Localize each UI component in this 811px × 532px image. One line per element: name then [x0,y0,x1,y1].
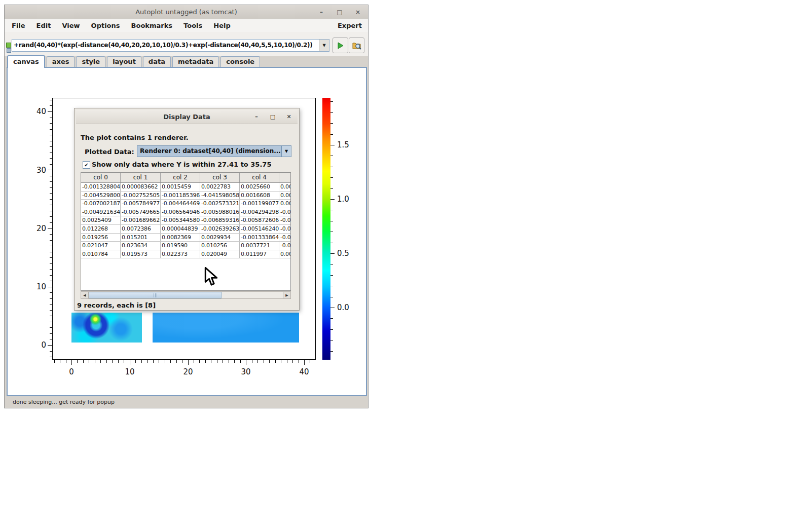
axis-tick [50,351,52,352]
menu-item-help[interactable]: Help [208,22,236,29]
uri-input[interactable]: +rand(40,40)*(exp(-distance(40,40,20,20,… [12,40,319,51]
y-tick-label: 30 [29,166,46,175]
data-table[interactable]: col 0col 1col 2col 3col 4 -0.001328804..… [81,172,291,291]
column-header [279,173,291,182]
axis-tick [130,360,130,365]
menu-item-tools[interactable]: Tools [178,22,208,29]
dialog-minimize-icon[interactable]: – [253,113,260,120]
scrollbar-track[interactable] [89,292,283,298]
close-icon[interactable]: × [354,9,362,16]
inspect-uri-button[interactable] [349,37,364,53]
table-row[interactable]: -0.001328804...0.0000836620.00154590.002… [81,183,290,192]
records-summary: 9 records, each is [8] [77,301,156,309]
go-button[interactable] [333,37,348,53]
tab-console[interactable]: console [220,56,260,67]
table-cell: 0.0016608 [240,192,279,200]
table-row[interactable]: -0.004529800...-0.002752505...-0.0011853… [81,192,290,200]
horizontal-scrollbar[interactable]: ◀ ▶ [81,291,291,299]
table-cell: 0.00 [279,200,291,208]
axis-tick [330,297,333,297]
filter-checkbox[interactable]: ✔ [83,161,90,169]
axis-tick [330,286,333,286]
table-cell: 0.010784 [81,250,121,258]
layout-indicator-icon[interactable] [7,48,11,53]
axis-tick [330,210,333,210]
table-row[interactable]: 0.0192560.0152010.00823690.0029934-0.001… [81,234,290,242]
tab-canvas[interactable]: canvas [7,55,45,68]
axis-tick [50,246,52,246]
menu-item-options[interactable]: Options [86,22,126,29]
combo-dropdown-icon[interactable]: ▼ [281,146,291,157]
table-row[interactable]: 0.0107840.0195730.0223730.0200490.011997… [81,250,290,259]
window-titlebar[interactable]: Autoplot untagged (as tomcat) – □ × [5,5,368,19]
axis-tick [252,360,252,363]
table-cell: 0.023634 [121,242,161,250]
x-tick-label: 10 [121,367,138,376]
plotted-data-value: Renderer 0: dataset[40,40] (dimension... [137,146,281,157]
axis-tick [165,360,165,363]
plotted-data-combobox[interactable]: Renderer 0: dataset[40,40] (dimension...… [137,145,291,157]
axis-tick [50,153,52,153]
menu-item-file[interactable]: File [6,22,31,29]
axis-tick [199,360,200,363]
table-cell: -0.001328804... [81,183,121,191]
mouse-cursor [204,267,218,290]
menu-item-bookmarks[interactable]: Bookmarks [126,22,178,29]
table-row[interactable]: 0.0210470.0236340.0195900.0102560.003772… [81,242,290,250]
menu-item-view[interactable]: View [56,22,85,29]
axis-tick [50,105,52,106]
axis-tick [50,216,52,217]
table-row[interactable]: 0.0025409-0.001689662...-0.005344580...-… [81,216,290,225]
spectrogram-strip-left [71,313,142,343]
checkmark-icon: ✔ [84,162,88,168]
axis-tick [330,123,333,124]
axis-tick [240,360,241,363]
axis-tick [50,240,52,241]
uri-combobox[interactable]: +rand(40,40)*(exp(-distance(40,40,20,20,… [12,39,329,52]
plot-indicator-icon[interactable] [6,43,11,48]
axis-tick [246,360,246,365]
dialog-maximize-icon[interactable]: □ [269,113,276,120]
uri-dropdown-icon[interactable]: ▼ [319,40,329,51]
data-table-body: -0.001328804...0.0000836620.00154590.002… [81,183,290,258]
axis-tick [54,360,55,363]
scroll-left-icon[interactable]: ◀ [81,292,89,298]
axis-tick [50,135,52,135]
axis-tick [229,360,229,363]
maximize-icon[interactable]: □ [336,9,344,16]
menu-item-edit[interactable]: Edit [31,22,57,29]
tab-layout[interactable]: layout [107,56,141,67]
axis-tick [205,360,206,363]
minimize-icon[interactable]: – [317,9,325,16]
colorbar-tick-label: 1.5 [337,140,349,149]
table-row[interactable]: -0.007002187...-0.005784977...-0.0044644… [81,200,290,208]
tab-data[interactable]: data [143,56,171,67]
axis-tick [124,360,124,363]
scroll-right-icon[interactable]: ▶ [283,292,290,298]
axis-tick [50,257,52,258]
table-row[interactable]: 0.0122680.00723860.000044839-0.002639263… [81,225,290,234]
table-row[interactable]: -0.004921634...-0.005749665...-0.0065649… [81,208,290,217]
dialog-close-icon[interactable]: ✕ [285,113,292,120]
axis-tick [50,327,52,328]
table-cell: 0.019590 [161,242,200,250]
table-cell: -0.004294298... [240,208,279,216]
axis-tick [147,360,148,363]
scrollbar-thumb[interactable] [89,292,222,298]
dialog-titlebar[interactable]: Display Data – □ ✕ [76,110,298,124]
page: Autoplot untagged (as tomcat) – □ × File… [0,0,811,532]
tab-style[interactable]: style [76,56,105,67]
axis-tick [50,275,52,276]
table-cell: -0.001689662... [121,216,161,224]
axis-tick [50,304,52,305]
tab-axes[interactable]: axes [47,56,75,67]
table-cell: -0.005749665... [121,208,161,216]
y-tick-label: 40 [29,107,46,116]
table-cell: 0.0025409 [81,216,121,224]
axis-tick [100,360,101,363]
expert-toggle[interactable]: Expert [338,22,368,29]
uri-toolbar: +rand(40,40)*(exp(-distance(40,40,20,20,… [5,32,368,56]
tab-metadata[interactable]: metadata [172,56,219,67]
axis-tick [48,287,52,287]
axis-tick [50,298,52,299]
